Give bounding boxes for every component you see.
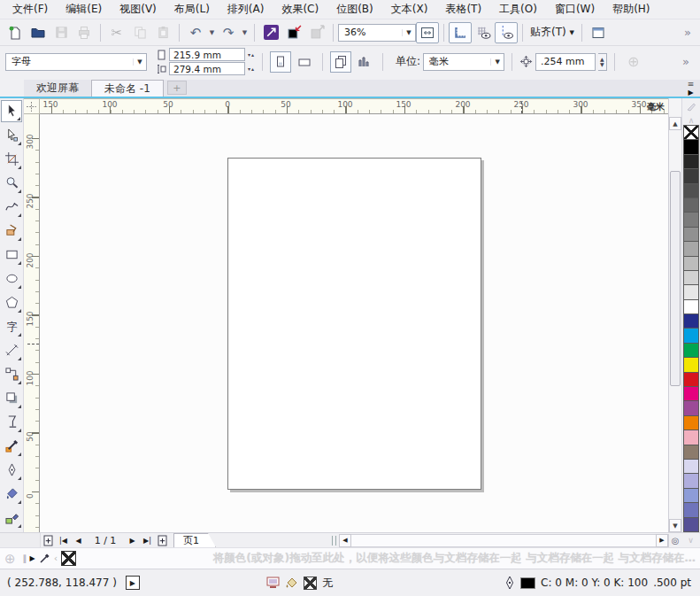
palette-swatch-3[interactable] xyxy=(683,168,699,183)
chevron-down-icon[interactable]: ▼ xyxy=(402,29,415,36)
zoom-level-combo[interactable]: 36% ▼ xyxy=(338,24,416,42)
undo-dropdown[interactable]: ▼ xyxy=(207,22,217,43)
palette-swatch-17[interactable] xyxy=(683,372,699,387)
smart-fill-tool[interactable] xyxy=(1,220,22,242)
units-combo[interactable]: 毫米 ▼ xyxy=(423,53,504,71)
palette-swatch-18[interactable] xyxy=(683,386,699,401)
tab-scrollbar-splitter[interactable] xyxy=(332,536,336,546)
menu-item-6[interactable]: 位图(B) xyxy=(327,0,382,19)
palette-swatch-1[interactable] xyxy=(683,139,699,154)
page-height-field[interactable]: 279.4 mm xyxy=(169,62,245,75)
palette-swatch-13[interactable] xyxy=(683,313,699,329)
eyedropper-icon[interactable] xyxy=(39,553,50,564)
drop-shadow-tool[interactable] xyxy=(1,387,22,409)
palette-swatch-14[interactable] xyxy=(683,328,699,343)
cut-button[interactable]: ✂ xyxy=(105,22,128,43)
document-palette-none-swatch[interactable] xyxy=(61,551,76,566)
tab-untitled-1[interactable]: 未命名 -1 xyxy=(91,80,164,97)
palette-swatch-23[interactable] xyxy=(683,459,699,474)
transparency-tool[interactable] xyxy=(1,411,22,433)
palette-options-icon[interactable] xyxy=(682,98,700,114)
palette-swatch-19[interactable] xyxy=(683,400,699,415)
menu-item-9[interactable]: 工具(O) xyxy=(490,0,546,19)
tab-welcome-screen[interactable]: 欢迎屏幕 xyxy=(24,80,91,97)
page-height-spinner[interactable]: ▾▴ xyxy=(248,66,255,72)
show-rulers-toggle[interactable] xyxy=(449,22,472,43)
proof-colors-icon[interactable] xyxy=(266,577,280,589)
menu-item-3[interactable]: 布局(L) xyxy=(165,0,219,19)
first-page-button[interactable]: |◀ xyxy=(56,534,71,547)
next-page-button[interactable]: ▶ xyxy=(125,534,140,547)
undo-button[interactable]: ↶ xyxy=(184,22,207,43)
palette-swatch-5[interactable] xyxy=(683,197,699,213)
outline-color-swatch[interactable] xyxy=(520,577,535,589)
landscape-button[interactable] xyxy=(294,51,315,73)
plus-circle-icon[interactable]: ⊕ xyxy=(4,551,16,567)
horizontal-scrollbar[interactable] xyxy=(351,534,656,547)
status-expand-button[interactable]: ▶ xyxy=(126,576,140,590)
paste-button[interactable] xyxy=(151,22,174,43)
propbar-overflow-button[interactable]: » xyxy=(677,55,695,68)
palette-swatch-9[interactable] xyxy=(683,256,699,271)
menu-item-8[interactable]: 表格(T) xyxy=(436,0,490,19)
palette-flyout-icon[interactable]: ▶ xyxy=(30,554,35,562)
horizontal-ruler[interactable]: 毫米 15010050050100150200250300350 xyxy=(40,98,668,114)
vertical-scroll-thumb[interactable] xyxy=(670,171,681,386)
menu-item-4[interactable]: 排列(A) xyxy=(219,0,273,19)
apply-all-pages-button[interactable] xyxy=(330,51,351,73)
add-control-button[interactable]: ⊕ xyxy=(622,51,645,73)
outline-pen-icon[interactable] xyxy=(504,576,515,590)
chevron-down-icon[interactable]: ▼ xyxy=(133,58,146,66)
palette-swatch-8[interactable] xyxy=(683,241,699,256)
options-button[interactable] xyxy=(587,22,610,43)
polygon-tool[interactable] xyxy=(1,291,22,313)
page-1-tab[interactable]: 页1 xyxy=(173,533,216,547)
document-page[interactable] xyxy=(227,158,481,490)
import-button[interactable] xyxy=(282,22,305,43)
palette-swatch-21[interactable] xyxy=(683,430,699,445)
fill-none-swatch[interactable] xyxy=(304,577,317,590)
palette-back-icon[interactable]: ‹ xyxy=(54,553,58,564)
menu-item-10[interactable]: 窗口(W) xyxy=(546,0,604,19)
toolbar-overflow-button[interactable]: » xyxy=(679,26,696,39)
new-document-button[interactable] xyxy=(4,22,27,43)
palette-swatch-4[interactable] xyxy=(683,183,699,198)
scroll-right-button[interactable]: ▶ xyxy=(656,534,668,547)
connector-tool[interactable] xyxy=(1,363,22,385)
vertical-scrollbar[interactable]: ▲ ▼ xyxy=(668,98,681,532)
fill-bucket-icon[interactable] xyxy=(285,577,298,589)
page-width-spinner[interactable]: ▾▴ xyxy=(248,51,255,58)
show-grid-toggle[interactable] xyxy=(472,22,495,43)
palette-swatch-16[interactable] xyxy=(683,357,699,372)
color-eyedropper-tool[interactable] xyxy=(1,435,22,457)
nudge-offset-field[interactable]: .254 mm xyxy=(535,53,596,71)
zoom-to-fit-button[interactable] xyxy=(416,22,439,43)
print-button[interactable] xyxy=(73,22,96,43)
zoom-tool[interactable] xyxy=(1,172,22,194)
palette-swatch-2[interactable] xyxy=(683,154,699,169)
scroll-left-button[interactable]: ◀ xyxy=(339,534,351,547)
tab-menu-icon[interactable]: ≡ xyxy=(688,81,695,89)
palette-swatch-26[interactable] xyxy=(683,502,699,517)
paper-type-combo[interactable]: 字母 ▼ xyxy=(5,53,147,71)
chevron-down-icon[interactable]: ▼ xyxy=(490,58,504,66)
crop-tool[interactable] xyxy=(1,148,22,170)
palette-drag-handle[interactable]: ∥ xyxy=(23,553,27,563)
new-tab-button[interactable]: + xyxy=(167,81,187,95)
save-button[interactable] xyxy=(50,22,73,43)
nudge-spinner[interactable]: ▲▼ xyxy=(598,53,607,71)
freehand-tool[interactable] xyxy=(1,196,22,218)
apply-current-page-button[interactable] xyxy=(354,51,375,73)
redo-dropdown[interactable]: ▼ xyxy=(240,22,250,43)
menu-item-1[interactable]: 编辑(E) xyxy=(57,0,111,19)
menu-item-0[interactable]: 文件(F) xyxy=(4,0,57,19)
page-width-field[interactable]: 215.9 mm xyxy=(169,48,245,61)
menu-item-2[interactable]: 视图(V) xyxy=(111,0,165,19)
palette-swatch-10[interactable] xyxy=(683,270,699,285)
palette-swatch-25[interactable] xyxy=(683,488,699,503)
menu-item-11[interactable]: 帮助(H) xyxy=(604,0,658,19)
palette-swatch-7[interactable] xyxy=(683,227,699,242)
palette-scroll-down-icon[interactable]: ∨ xyxy=(681,536,700,545)
export-button[interactable] xyxy=(305,22,328,43)
add-page-button[interactable] xyxy=(41,534,56,547)
